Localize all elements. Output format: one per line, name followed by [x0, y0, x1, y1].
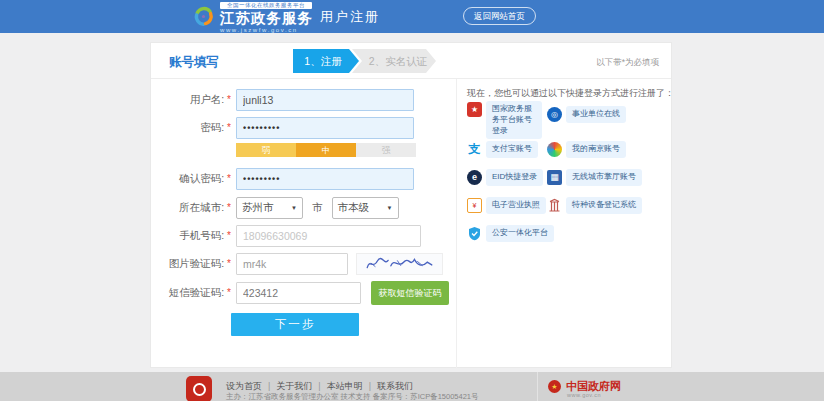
confirm-password-row: 确认密码:* — [151, 168, 456, 190]
quick-item-my-nanjing[interactable]: 我的南京账号 — [547, 141, 626, 158]
return-home-button[interactable]: 返回网站首页 — [463, 7, 536, 25]
footer-info: 主办：江苏省政务服务管理办公室 技术支持 备案序号：苏ICP备15005421号 — [226, 392, 479, 401]
national-platform-banner: 全国一体化在线政务服务平台 — [220, 2, 312, 9]
username-label: 用户名:* — [151, 93, 231, 107]
password-label: 密码:* — [151, 121, 231, 135]
e-business-license-icon: ¥ — [467, 198, 482, 213]
page-title: 用户注册 — [320, 8, 380, 26]
police-shield-icon — [467, 226, 482, 241]
quick-item-wireless-city[interactable]: ▦ 无线城市掌厅账号 — [547, 169, 642, 186]
footer-divider — [537, 372, 538, 401]
site-url: www.jszwfw.gov.cn — [220, 27, 312, 33]
city-row: 所在城市:* 苏州市 ▼ 市 市本级 ▼ — [151, 197, 456, 219]
special-equipment-icon — [547, 198, 562, 213]
required-asterisk: * — [227, 230, 231, 241]
jiangsu-emblem-icon — [186, 376, 212, 401]
step-realname: 2、实名认证 — [352, 49, 436, 73]
username-row: 用户名:* — [151, 89, 456, 111]
step-indicator: 1、注册 2、实名认证 — [293, 49, 436, 73]
confirm-password-input[interactable] — [236, 168, 414, 190]
quick-item-alipay[interactable]: 支 支付宝账号 — [467, 141, 538, 158]
required-asterisk: * — [227, 258, 231, 269]
district-select-value: 市本级 — [338, 201, 370, 215]
quick-item-e-license[interactable]: ¥ 电子营业执照 — [467, 197, 546, 214]
quick-item-label: 支付宝账号 — [486, 141, 538, 158]
china-gov-site-url: www.gov.cn — [567, 392, 601, 398]
register-form: 用户名:* 密码:* 弱 中 强 确认密码:* — [151, 79, 456, 368]
registration-page: 全国一体化在线政务服务平台 江苏政务服务 www.jszwfw.gov.cn 用… — [0, 0, 824, 401]
card-header: 账号填写 1、注册 2、实名认证 以下带*为必填项 — [151, 43, 671, 79]
footer-link-set-home[interactable]: 设为首页 — [226, 381, 262, 391]
required-asterisk: * — [227, 122, 231, 133]
mobile-row: 手机号码:* — [151, 225, 456, 247]
password-strength-row: 弱 中 强 — [151, 143, 456, 157]
required-asterisk: * — [227, 287, 231, 298]
sms-row: 短信验证码:* 获取短信验证码 — [151, 281, 456, 305]
header: 全国一体化在线政务服务平台 江苏政务服务 www.jszwfw.gov.cn 用… — [0, 0, 824, 33]
strength-weak: 弱 — [236, 143, 296, 157]
china-gov-emblem-icon: ★ — [548, 380, 561, 393]
captcha-image[interactable] — [356, 253, 443, 275]
quick-register-title: 现在，您也可以通过以下快捷登录方式进行注册了： — [467, 87, 674, 100]
step-register: 1、注册 — [293, 49, 359, 73]
quick-item-label: 公安一体化平台 — [486, 225, 554, 242]
quick-item-police-platform[interactable]: 公安一体化平台 — [467, 225, 554, 242]
password-input[interactable] — [236, 117, 414, 139]
quick-item-label: 电子营业执照 — [486, 197, 546, 214]
site-identity: 全国一体化在线政务服务平台 江苏政务服务 www.jszwfw.gov.cn — [220, 2, 312, 33]
quick-item-eid[interactable]: e EID快捷登录 — [467, 169, 543, 186]
institution-icon: ◎ — [547, 107, 562, 122]
city-unit-label: 市 — [312, 201, 323, 215]
sms-code-input[interactable] — [236, 282, 361, 304]
footer-link-statement[interactable]: 本站申明 — [327, 381, 363, 391]
mobile-input[interactable] — [236, 225, 421, 247]
quick-item-label: 我的南京账号 — [566, 141, 626, 158]
password-row: 密码:* — [151, 117, 456, 139]
quick-item-institution[interactable]: ◎ 事业单位在线 — [547, 106, 626, 123]
strength-medium: 中 — [296, 143, 356, 157]
city-label: 所在城市:* — [151, 201, 231, 215]
required-asterisk: * — [227, 202, 231, 213]
quick-item-label: 国家政务服务平台账号登录 — [486, 101, 542, 139]
strength-strong: 强 — [356, 143, 416, 157]
required-asterisk: * — [227, 94, 231, 105]
site-name: 江苏政务服务 — [220, 10, 312, 27]
captcha-input[interactable] — [236, 253, 348, 275]
next-step-button[interactable]: 下一步 — [231, 313, 359, 336]
section-title: 账号填写 — [169, 54, 219, 71]
quick-item-label: 事业单位在线 — [566, 106, 626, 123]
captcha-label: 图片验证码:* — [151, 257, 231, 271]
quick-item-label: 特种设备登记系统 — [566, 197, 642, 214]
sms-label: 短信验证码:* — [151, 286, 231, 300]
quick-item-special-equipment[interactable]: 特种设备登记系统 — [547, 197, 642, 214]
city-select[interactable]: 苏州市 ▼ — [236, 197, 303, 219]
footer-link-about[interactable]: 关于我们 — [276, 381, 312, 391]
site-logo-icon — [192, 5, 215, 28]
city-select-value: 苏州市 — [242, 201, 274, 215]
registration-card: 账号填写 1、注册 2、实名认证 以下带*为必填项 用户名:* 密码:* — [150, 42, 672, 368]
district-select[interactable]: 市本级 ▼ — [332, 197, 399, 219]
chevron-down-icon: ▼ — [291, 205, 297, 211]
captcha-row: 图片验证码:* — [151, 253, 456, 275]
password-strength-meter: 弱 中 强 — [236, 143, 416, 157]
confirm-password-label: 确认密码:* — [151, 172, 231, 186]
mobile-label: 手机号码:* — [151, 229, 231, 243]
required-note: 以下带*为必填项 — [596, 57, 659, 69]
quick-item-national-platform[interactable]: ★ 国家政务服务平台账号登录 — [467, 101, 542, 139]
chevron-down-icon: ▼ — [387, 205, 393, 211]
required-asterisk: * — [227, 173, 231, 184]
quick-item-label: EID快捷登录 — [486, 169, 543, 186]
national-platform-icon: ★ — [467, 102, 482, 117]
alipay-icon: 支 — [467, 142, 482, 157]
quick-register-panel: 现在，您也可以通过以下快捷登录方式进行注册了： ★ 国家政务服务平台账号登录 ◎… — [456, 79, 673, 368]
wireless-city-icon: ▦ — [547, 170, 562, 185]
eid-icon: e — [467, 170, 482, 185]
username-input[interactable] — [236, 89, 414, 111]
footer: 设为首页|关于我们|本站申明|联系我们 主办：江苏省政务服务管理办公室 技术支持… — [0, 372, 824, 401]
footer-link-contact[interactable]: 联系我们 — [377, 381, 413, 391]
quick-item-label: 无线城市掌厅账号 — [566, 169, 642, 186]
get-sms-code-button[interactable]: 获取短信验证码 — [371, 281, 449, 305]
my-nanjing-icon — [547, 142, 562, 157]
